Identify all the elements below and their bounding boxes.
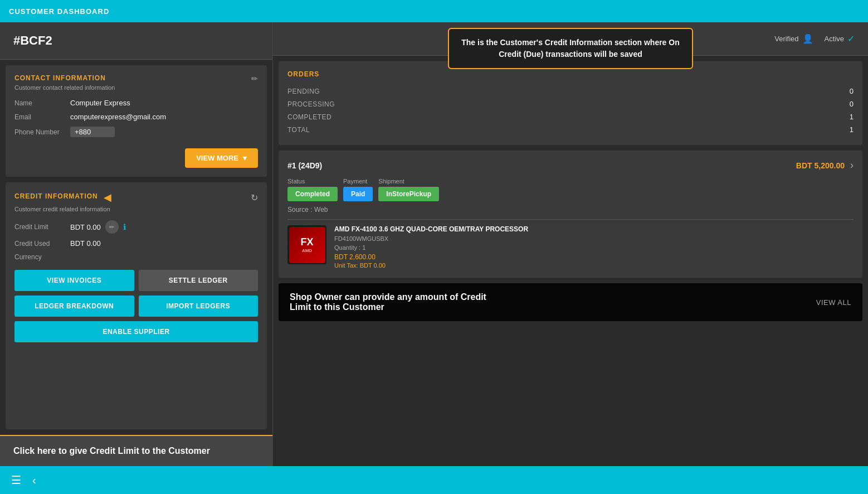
- phone-value: +880: [70, 127, 115, 137]
- credit-header: CREDIT INFORMATION ◀ ↻: [14, 191, 258, 204]
- credit-limit-label: Credit Limit: [14, 223, 70, 231]
- product-tax: Unit Tax: BDT 0.00: [334, 262, 854, 269]
- status-label: Status: [287, 178, 338, 185]
- back-icon[interactable]: ‹: [32, 474, 36, 487]
- refresh-icon[interactable]: ↻: [251, 192, 258, 203]
- order-card: #1 (24D9) BDT 5,200.00 › Status Complete…: [279, 151, 862, 278]
- status-badge: Completed: [287, 187, 338, 201]
- completed-row: COMPLETED 1: [287, 110, 854, 123]
- verified-label: Verified: [774, 35, 798, 43]
- orders-section: ORDERS PENDING 0 PROCESSING 0 COMPLETED …: [279, 61, 862, 145]
- active-badge: Active ✓: [825, 33, 855, 44]
- active-icon: ✓: [847, 33, 855, 44]
- completed-value: 1: [850, 113, 854, 121]
- fx-chip: FX AMD: [289, 227, 325, 263]
- processing-label: PROCESSING: [287, 100, 335, 108]
- order-expand-icon[interactable]: ›: [850, 159, 854, 171]
- total-row: TOTAL 1: [287, 123, 854, 136]
- shipment-label: Shipment: [378, 178, 439, 185]
- processing-row: PROCESSING 0: [287, 98, 854, 110]
- pending-row: PENDING 0: [287, 85, 854, 98]
- credit-section-subtitle: Customer credit related information: [14, 206, 258, 212]
- credit-limit-value: BDT 0.00: [70, 223, 101, 231]
- pending-label: PENDING: [287, 88, 320, 95]
- order-badges: Status Completed Payment Paid Shipment I…: [287, 178, 854, 201]
- fx-logo-text: FX: [300, 236, 313, 248]
- top-bar-title: CUSTOMER DASHBOARD: [9, 7, 109, 16]
- contact-section-subtitle: Customer contact related information: [14, 84, 115, 91]
- shipment-badge: InStorePickup: [378, 187, 439, 201]
- product-name: AMD FX-4100 3.6 GHZ QUAD-CORE OEM/TRAY P…: [334, 225, 854, 233]
- import-ledgers-button[interactable]: IMPORT LEDGERS: [139, 296, 259, 317]
- header-badges: Verified 👤 Active ✓: [774, 33, 855, 44]
- main-container: #BCF2 CONTACT INFORMATION Customer conta…: [0, 22, 868, 466]
- customer-id: #BCF2: [13, 33, 52, 48]
- ledger-breakdown-button[interactable]: LEDGER BREAKDOWN: [14, 296, 134, 317]
- view-invoices-button[interactable]: VIEW INVOICES: [14, 270, 134, 291]
- bottom-nav: ☰ ‹: [0, 466, 868, 494]
- status-group: Status Completed: [287, 178, 338, 201]
- contact-email-row: Email computerexpress@gmail.com: [14, 113, 258, 121]
- email-label: Email: [14, 113, 70, 121]
- info-circle-icon[interactable]: ℹ: [123, 222, 126, 231]
- active-label: Active: [825, 35, 844, 43]
- shop-owner-text: Shop Owner can provide any amount of Cre…: [290, 292, 501, 312]
- order-number: #1 (24D9): [287, 161, 322, 170]
- menu-icon[interactable]: ☰: [11, 473, 21, 487]
- left-panel: #BCF2 CONTACT INFORMATION Customer conta…: [0, 22, 273, 466]
- product-qty: Quantity : 1: [334, 244, 854, 251]
- edit-credit-limit-icon[interactable]: ✏: [105, 220, 119, 234]
- product-thumbnail: FX AMD: [287, 225, 326, 264]
- chevron-down-icon: ▾: [243, 154, 247, 162]
- total-value: 1: [850, 125, 854, 134]
- total-label: TOTAL: [287, 126, 310, 134]
- phone-label: Phone Number: [14, 128, 70, 136]
- product-price: BDT 2,600.00: [334, 253, 854, 261]
- tooltip-text: The is the Customer's Credit Information…: [461, 38, 680, 59]
- credit-limit-row: Credit Limit BDT 0.00 ✏ ℹ: [14, 220, 258, 234]
- currency-row: Currency: [14, 253, 258, 261]
- source-text: Source : Web: [287, 206, 328, 214]
- order-amount: BDT 5,200.00: [796, 161, 845, 170]
- credit-used-label: Credit Used: [14, 240, 70, 248]
- right-panel: The is the Customer's Credit Information…: [273, 22, 868, 466]
- name-label: Name: [14, 99, 70, 107]
- contact-section: CONTACT INFORMATION Customer contact rel…: [6, 65, 267, 177]
- credit-buttons-grid: VIEW INVOICES SETTLE LEDGER LEDGER BREAK…: [14, 270, 258, 342]
- pending-value: 0: [850, 87, 854, 95]
- tooltip-box: The is the Customer's Credit Information…: [448, 28, 693, 69]
- credit-used-value: BDT 0.00: [70, 239, 101, 248]
- fx-brand-text: AMD: [302, 248, 312, 253]
- bottom-banner[interactable]: Click here to give Credit Limit to the C…: [0, 435, 272, 466]
- credit-section-title: CREDIT INFORMATION: [14, 192, 98, 200]
- contact-section-title: CONTACT INFORMATION: [14, 74, 115, 82]
- source-row: Source : Web: [287, 206, 854, 214]
- order-card-header: #1 (24D9) BDT 5,200.00 ›: [287, 159, 854, 171]
- credit-section: CREDIT INFORMATION ◀ ↻ Customer credit r…: [6, 182, 267, 429]
- arrow-left-icon: ◀: [104, 191, 111, 204]
- payment-group: Payment Paid: [343, 178, 373, 201]
- product-info: AMD FX-4100 3.6 GHZ QUAD-CORE OEM/TRAY P…: [334, 225, 854, 269]
- view-all-button[interactable]: VIEW ALL: [816, 298, 851, 307]
- payment-label: Payment: [343, 178, 373, 185]
- product-row: FX AMD AMD FX-4100 3.6 GHZ QUAD-CORE OEM…: [287, 219, 854, 269]
- credit-used-row: Credit Used BDT 0.00: [14, 239, 258, 248]
- completed-label: COMPLETED: [287, 113, 331, 121]
- email-value: computerexpress@gmail.com: [70, 113, 166, 121]
- orders-title: ORDERS: [287, 70, 854, 78]
- view-more-button[interactable]: VIEW MORE ▾: [185, 148, 258, 168]
- customer-header: #BCF2: [0, 22, 272, 60]
- payment-badge: Paid: [343, 187, 373, 201]
- verified-badge: Verified 👤: [774, 33, 813, 44]
- currency-label: Currency: [14, 253, 70, 261]
- product-sku: FD4100WMGUSBX: [334, 235, 854, 242]
- top-bar: CUSTOMER DASHBOARD: [0, 0, 868, 22]
- bottom-banner-text: Click here to give Credit Limit to the C…: [13, 446, 210, 456]
- settle-ledger-button[interactable]: SETTLE LEDGER: [139, 270, 259, 291]
- enable-supplier-button[interactable]: ENABLE SUPPLIER: [14, 321, 258, 342]
- contact-phone-row: Phone Number +880: [14, 127, 258, 137]
- edit-contact-icon[interactable]: ✏: [251, 74, 258, 83]
- shop-owner-banner: Shop Owner can provide any amount of Cre…: [279, 283, 862, 321]
- contact-name-row: Name Computer Express: [14, 99, 258, 107]
- credit-title-row: CREDIT INFORMATION ◀: [14, 191, 111, 204]
